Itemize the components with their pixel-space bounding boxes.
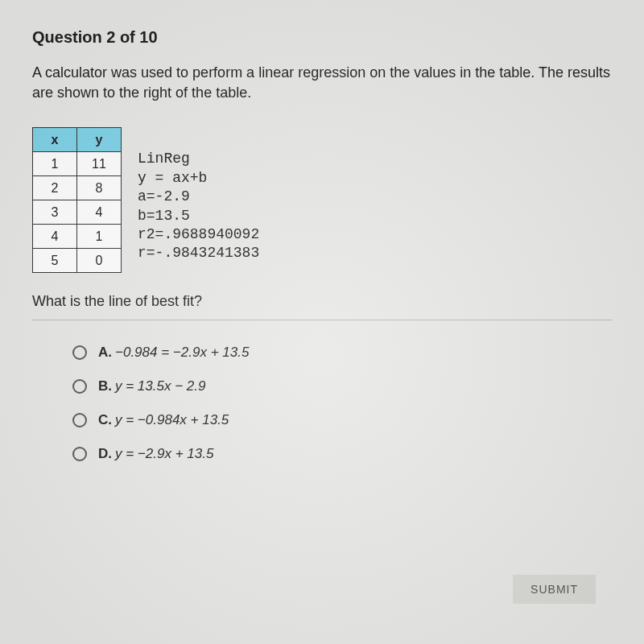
radio-icon [72, 413, 87, 427]
cell: 2 [33, 176, 77, 200]
data-table: x y 111 28 34 41 50 [32, 127, 122, 273]
option-label: A.−0.984 = −2.9x + 13.5 [98, 345, 249, 361]
table-header-y: y [77, 128, 122, 152]
table-row: 50 [33, 249, 122, 273]
option-b[interactable]: B.y = 13.5x − 2.9 [72, 378, 612, 394]
linreg-output: LinReg y = ax+b a=-2.9 b=13.5 r2=.968894… [138, 150, 259, 262]
linreg-line: b=13.5 [138, 208, 190, 224]
option-label: C.y = −0.984x + 13.5 [98, 412, 229, 428]
cell: 8 [77, 176, 122, 200]
cell: 1 [33, 152, 77, 176]
options-list: A.−0.984 = −2.9x + 13.5 B.y = 13.5x − 2.… [72, 345, 612, 462]
linreg-title: LinReg [138, 151, 190, 167]
cell: 3 [33, 200, 77, 225]
question-prompt: A calculator was used to perform a linea… [32, 63, 612, 103]
option-d[interactable]: D.y = −2.9x + 13.5 [72, 446, 612, 462]
table-row: 34 [33, 200, 122, 225]
submit-button[interactable]: SUBMIT [513, 575, 596, 604]
linreg-line: y = ax+b [138, 170, 207, 186]
cell: 4 [33, 225, 77, 249]
cell: 5 [33, 249, 77, 273]
linreg-line: r2=.9688940092 [138, 226, 259, 242]
radio-icon [72, 345, 87, 360]
table-row: 111 [33, 152, 122, 176]
cell: 4 [77, 200, 122, 225]
content-row: x y 111 28 34 41 50 LinReg y = ax+b a=-2… [32, 127, 612, 273]
radio-icon [72, 379, 87, 394]
linreg-line: r=-.9843241383 [138, 245, 259, 261]
subquestion: What is the line of best fit? [32, 293, 612, 310]
cell: 1 [77, 225, 122, 249]
option-label: D.y = −2.9x + 13.5 [98, 446, 213, 462]
option-a[interactable]: A.−0.984 = −2.9x + 13.5 [72, 345, 612, 361]
cell: 11 [77, 152, 122, 176]
table-row: 41 [33, 225, 122, 249]
cell: 0 [77, 249, 122, 273]
table-header-x: x [33, 128, 77, 152]
option-c[interactable]: C.y = −0.984x + 13.5 [72, 412, 612, 428]
question-header: Question 2 of 10 [32, 28, 612, 47]
divider [32, 320, 612, 320]
linreg-line: a=-2.9 [138, 188, 190, 204]
radio-icon [72, 447, 87, 461]
table-row: 28 [33, 176, 122, 200]
option-label: B.y = 13.5x − 2.9 [98, 378, 205, 394]
